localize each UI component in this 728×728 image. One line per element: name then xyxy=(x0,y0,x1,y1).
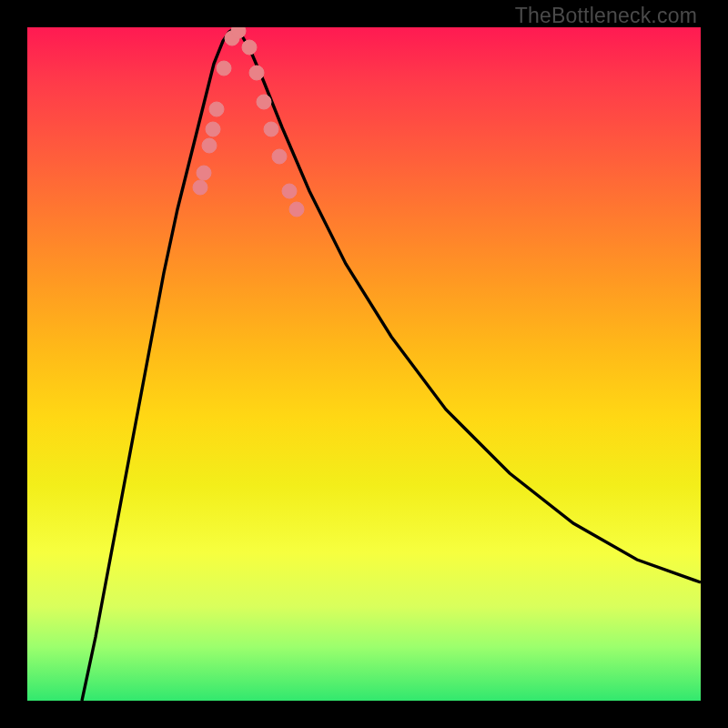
bead xyxy=(289,202,304,217)
bead xyxy=(231,27,246,38)
bead xyxy=(282,184,297,198)
chart-frame: TheBottleneck.com xyxy=(0,0,728,728)
curve-left-arm xyxy=(82,28,235,701)
bead xyxy=(209,102,224,116)
bead xyxy=(272,149,287,164)
bead xyxy=(264,122,278,136)
bead xyxy=(217,61,231,76)
bead xyxy=(249,66,264,80)
bead xyxy=(202,138,217,153)
bead xyxy=(197,166,211,180)
bead xyxy=(225,31,239,46)
plot-area xyxy=(27,27,701,701)
curve-svg xyxy=(27,27,701,701)
bead xyxy=(206,122,220,136)
bead xyxy=(193,180,207,195)
bead-cluster xyxy=(193,27,304,217)
bead xyxy=(257,95,271,109)
watermark-text: TheBottleneck.com xyxy=(515,4,697,28)
bead xyxy=(242,40,257,55)
curve-right-arm xyxy=(235,28,701,582)
